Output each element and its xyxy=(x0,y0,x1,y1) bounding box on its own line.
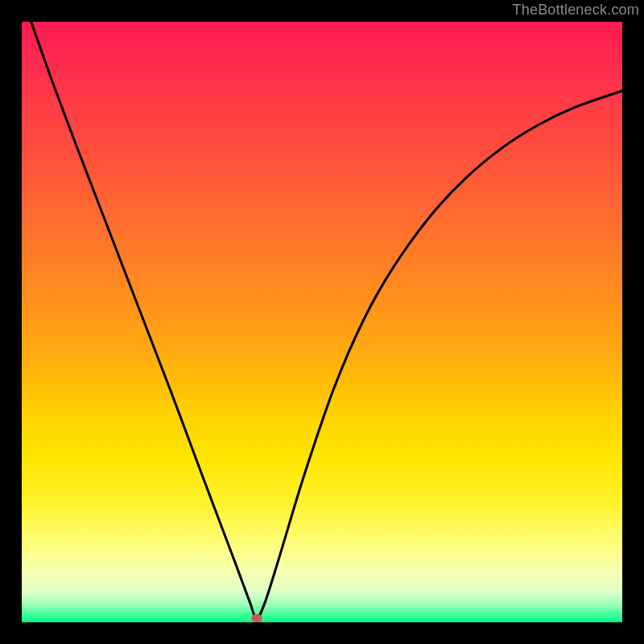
curve-svg xyxy=(22,22,622,622)
bottleneck-curve xyxy=(22,22,622,618)
plot-area xyxy=(22,22,622,622)
optimum-marker xyxy=(251,614,262,622)
watermark-text: TheBottleneck.com xyxy=(513,2,639,19)
chart-frame: TheBottleneck.com xyxy=(0,0,644,644)
